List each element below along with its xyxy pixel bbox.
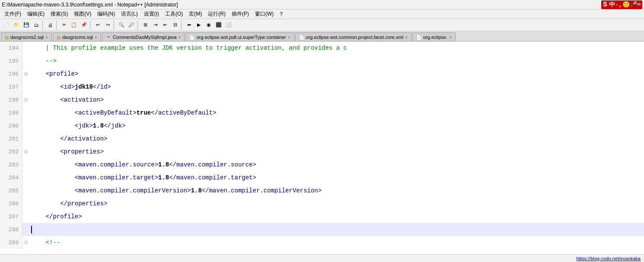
code-content-203[interactable]: <maven.compiler.source>1.8</maven.compil… [29,158,644,171]
tab-5[interactable]: 📄org.eclipse.× [412,32,456,42]
logo-s: S [603,1,607,9]
tab-1[interactable]: ▤daogrscms.sql× [53,32,101,42]
tab-label-5: org.eclipse. [423,35,447,40]
code-content-198[interactable]: <activation> [29,93,644,106]
tab-close-3[interactable]: × [288,35,290,40]
tab-close-5[interactable]: × [449,35,452,40]
line-num-208: 208 [0,223,22,236]
menu-item-工具o[interactable]: 工具(O) [163,10,185,18]
tab-2[interactable]: ☕CommentsDaoMySqlImpl.java× [102,32,185,42]
menu-item-运行r[interactable]: 运行(R) [205,10,228,18]
title-text: E:\Maven\apache-maven-3.3.9\conf\setting… [2,2,178,8]
code-content-209[interactable]: <!-- [29,236,644,249]
code-content-207[interactable]: </profile> [29,210,644,223]
monitor-btn[interactable]: ◉ [204,20,214,30]
code-content-197[interactable]: <id>jdk18</id> [29,80,644,93]
fold-col-196[interactable]: □ [22,67,29,80]
unindent-btn[interactable]: ⇤ [160,20,170,30]
menu-item-搜索s[interactable]: 搜索(S) [48,10,70,18]
code-line-204: 204 <maven.compiler.target>1.8</maven.co… [0,171,644,184]
stop-btn[interactable]: ⬛ [214,20,223,30]
toolbar-sep-6 [181,20,183,30]
menu-item-文件f[interactable]: 文件(F) [2,10,24,18]
tab-0[interactable]: ▤daogrscms2.sql× [1,32,52,42]
tab-3[interactable]: 📄org.eclipse.wst.jsdt.ui.superType.conta… [185,32,294,42]
menu-item-窗口w[interactable]: 窗口(W) [252,10,276,18]
menu-item-编辑e[interactable]: 编辑(E) [25,10,47,18]
logo-text: 中·,🙂🎤⌨ [609,1,641,9]
cut-btn[interactable]: ✂ [59,20,69,30]
menu-item-?[interactable]: ? [277,11,285,18]
undo-btn[interactable]: ↩ [93,20,102,30]
menu-item-编码n[interactable]: 编码(N) [95,10,118,18]
tab-icon-0: ▤ [5,35,9,40]
code-content-196[interactable]: <profile> [29,67,644,80]
toolbar: 📄 📁 💾 🗂 🖨 ✂ 📋 📌 ↩ ↪ 🔍 🔎 ⊞ ⇥ ⇤ ⊟ ⬅ ▶ ◉ ⬛ … [0,19,644,31]
code-content-199[interactable]: <activeByDefault>true</activeByDefault> [29,106,644,119]
macro-btn[interactable]: ⊟ [170,20,180,30]
tab-close-0[interactable]: × [45,35,48,40]
tab-close-1[interactable]: × [95,35,97,40]
wordwrap-btn[interactable]: ⬅ [184,20,194,30]
paste-btn[interactable]: 📌 [79,20,89,30]
fold-col-197 [22,80,29,93]
code-content-201[interactable]: </activation> [29,132,644,145]
fold-col-202[interactable]: □ [22,145,29,158]
toolbar-sep-3 [90,20,92,30]
fold-col-203 [22,158,29,171]
menu-item-设置i[interactable]: 设置(I) [141,10,162,18]
line-num-201: 201 [0,132,22,145]
menu-item-插件p[interactable]: 插件(P) [229,10,252,18]
find-next-btn[interactable]: 🔎 [127,20,136,30]
tab-label-3: org.eclipse.wst.jsdt.ui.superType.contai… [196,35,286,40]
line-num-207: 207 [0,210,22,223]
fold-col-200 [22,119,29,132]
tab-icon-2: ☕ [106,35,111,40]
status-link[interactable]: https://blog.csdn.net/evankaka [576,256,641,261]
code-content-194[interactable]: | This profile example uses the JDK vers… [29,42,644,54]
line-num-196: 196 [0,67,22,80]
tab-icon-5: 📄 [416,35,421,40]
line-num-204: 204 [0,171,22,184]
indent-btn[interactable]: ⇥ [150,20,160,30]
code-content-208[interactable] [29,223,644,236]
tab-label-2: CommentsDaoMySqlImpl.java [113,35,177,40]
code-line-205: 205 <maven.compiler.compilerVersion>1.8<… [0,184,644,197]
save-btn[interactable]: 💾 [22,20,31,30]
run-btn[interactable]: ▶ [194,20,204,30]
new-btn[interactable]: 📄 [2,20,11,30]
tab-4[interactable]: 📄org.eclipse.wst.common.project.facet.co… [295,32,411,42]
code-line-196: 196□ <profile> [0,67,644,80]
fold-col-194 [22,42,29,54]
fold-col-198[interactable]: □ [22,93,29,106]
extra-btn[interactable]: ⬜ [224,20,233,30]
print-btn[interactable]: 🖨 [45,20,55,30]
code-content-205[interactable]: <maven.compiler.compilerVersion>1.8</mav… [29,184,644,197]
tab-close-2[interactable]: × [179,35,181,40]
toolbar-sep-2 [56,20,58,30]
tab-icon-1: ▤ [57,35,61,40]
line-num-209: 209 [0,236,22,249]
code-content-200[interactable]: <jdk>1.8</jdk> [29,119,644,132]
code-line-195: 195 --> [0,54,644,67]
open-btn[interactable]: 📁 [12,20,21,30]
menu-item-宏m[interactable]: 宏(M) [186,10,204,18]
menu-item-语言l[interactable]: 语言(L) [118,10,140,18]
find-btn[interactable]: 🔍 [117,20,126,30]
code-line-202: 202□ <properties> [0,145,644,158]
tab-close-4[interactable]: × [405,35,408,40]
code-line-207: 207 </profile> [0,210,644,223]
fold-col-207 [22,210,29,223]
title-logo: S 中·,🙂🎤⌨ [601,0,642,9]
copy-btn[interactable]: 📋 [69,20,79,30]
code-content-204[interactable]: <maven.compiler.target>1.8</maven.compil… [29,171,644,184]
redo-btn[interactable]: ↪ [103,20,112,30]
menu-item-视图v[interactable]: 视图(V) [71,10,94,18]
code-content-195[interactable]: --> [29,54,644,67]
zoom-btn[interactable]: ⊞ [140,20,150,30]
tab-icon-3: 📄 [189,35,194,40]
fold-col-209[interactable]: □ [22,236,29,249]
code-content-206[interactable]: </properties> [29,197,644,210]
code-content-202[interactable]: <properties> [29,145,644,158]
save-all-btn[interactable]: 🗂 [32,20,41,30]
